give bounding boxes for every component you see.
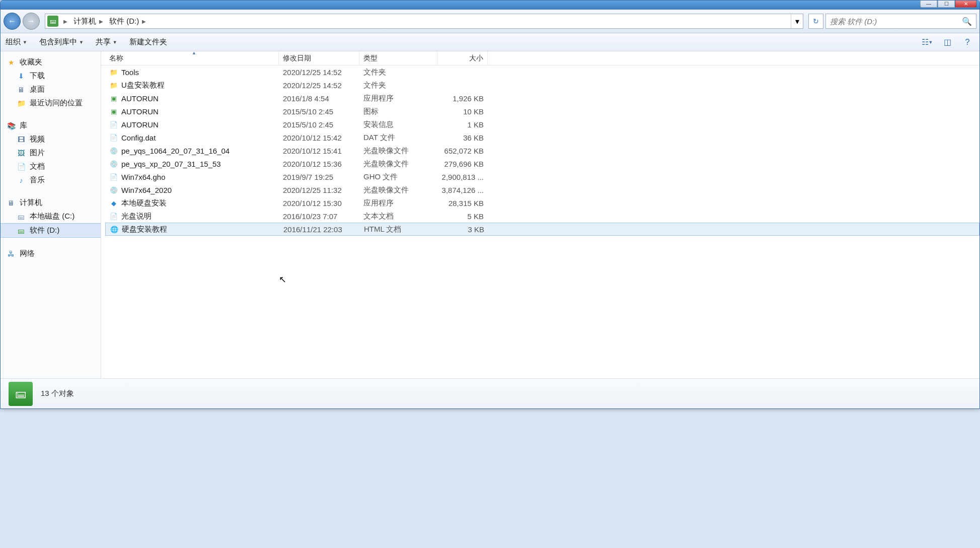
table-row[interactable]: 📁U盘安装教程2020/12/25 14:52文件夹 (105, 79, 979, 92)
column-date[interactable]: 修改日期 (279, 51, 359, 65)
file-name: 硬盘安装教程 (122, 225, 167, 234)
organize-menu[interactable]: 组织▼ (6, 37, 27, 47)
file-type: 光盘映像文件 (359, 185, 437, 195)
search-box[interactable]: 🔍 (825, 14, 976, 29)
breadcrumb-drive[interactable]: 软件 (D:)▶ (106, 17, 149, 26)
file-name: 光盘说明 (121, 212, 152, 221)
sidebar-item-drive-c[interactable]: 🖴本地磁盘 (C:) (1, 210, 101, 223)
desktop-icon: 🖥 (17, 85, 26, 94)
file-size: 3 KB (438, 225, 488, 234)
maximize-button[interactable]: ☐ (938, 1, 955, 8)
file-date: 2015/5/10 2:45 (279, 120, 359, 129)
table-row[interactable]: 📄光盘说明2016/10/23 7:07文本文档5 KB (105, 210, 979, 223)
column-header: 名称▲ 修改日期 类型 大小 (101, 51, 979, 65)
close-button[interactable]: ✕ (955, 1, 976, 8)
file-icon: 💿 (109, 185, 118, 194)
sidebar-item-downloads[interactable]: ⬇下载 (1, 69, 101, 83)
file-icon: 📄 (109, 120, 118, 129)
file-icon: 📄 (109, 212, 118, 221)
body: ★收藏夹 ⬇下载 🖥桌面 📁最近访问的位置 📚库 🎞视频 🖼图片 📄文档 ♪音乐… (1, 51, 979, 378)
drive-icon: 🖴 (47, 16, 58, 27)
breadcrumb-sep[interactable]: ▶ (60, 19, 70, 24)
view-mode-button[interactable]: ☷ ▼ (920, 36, 934, 48)
forward-button[interactable]: → (23, 13, 40, 30)
sidebar-item-documents[interactable]: 📄文档 (1, 160, 101, 173)
new-folder-button[interactable]: 新建文件夹 (129, 37, 167, 47)
file-pane: 名称▲ 修改日期 类型 大小 📁Tools2020/12/25 14:52文件夹… (101, 51, 979, 378)
help-button[interactable]: ? (960, 36, 974, 48)
file-type: 文件夹 (359, 67, 437, 77)
search-input[interactable] (830, 17, 962, 26)
refresh-button[interactable]: ↻ (808, 14, 823, 29)
file-name: pe_yqs_xp_20_07_31_15_53 (121, 160, 221, 168)
file-date: 2020/10/12 15:36 (279, 160, 359, 168)
picture-icon: 🖼 (17, 149, 26, 158)
sidebar-item-music[interactable]: ♪音乐 (1, 173, 101, 187)
file-type: DAT 文件 (359, 133, 437, 143)
window-controls: — ☐ ✕ (920, 1, 976, 8)
table-row[interactable]: 💿pe_yqs_1064_20_07_31_16_042020/10/12 15… (105, 144, 979, 157)
preview-pane-button[interactable]: ◫ (940, 36, 954, 48)
file-icon: 💿 (109, 159, 118, 168)
table-row[interactable]: 📁Tools2020/12/25 14:52文件夹 (105, 65, 979, 79)
sidebar-item-recent[interactable]: 📁最近访问的位置 (1, 96, 101, 110)
address-dropdown[interactable]: ▾ (791, 14, 803, 28)
file-type: 应用程序 (359, 198, 437, 208)
drive-status-icon: 🖴 (9, 382, 33, 406)
file-date: 2020/12/25 11:32 (279, 186, 359, 194)
sidebar-favorites[interactable]: ★收藏夹 (1, 55, 101, 69)
video-icon: 🎞 (17, 135, 26, 144)
column-type[interactable]: 类型 (359, 51, 437, 65)
table-row[interactable]: 📄Config.dat2020/10/12 15:42DAT 文件36 KB (105, 131, 979, 144)
table-row[interactable]: 💿Win7x64_20202020/12/25 11:32光盘映像文件3,874… (105, 183, 979, 196)
drive-icon: 🖴 (17, 226, 26, 235)
sidebar-item-pictures[interactable]: 🖼图片 (1, 146, 101, 160)
file-size: 2,900,813 ... (437, 173, 488, 181)
file-type: 文本文档 (359, 212, 437, 221)
back-button[interactable]: ← (4, 13, 21, 30)
file-list[interactable]: 📁Tools2020/12/25 14:52文件夹📁U盘安装教程2020/12/… (101, 65, 979, 378)
share-menu[interactable]: 共享▼ (96, 37, 117, 47)
include-library-menu[interactable]: 包含到库中▼ (39, 37, 84, 47)
file-icon: ▣ (109, 107, 118, 116)
recent-icon: 📁 (17, 99, 26, 108)
file-type: 图标 (359, 107, 437, 116)
sidebar-libraries[interactable]: 📚库 (1, 119, 101, 132)
file-date: 2016/10/23 7:07 (279, 212, 359, 221)
toolbar: 组织▼ 包含到库中▼ 共享▼ 新建文件夹 ☷ ▼ ◫ ? (1, 33, 979, 51)
column-name[interactable]: 名称▲ (105, 51, 279, 65)
search-icon[interactable]: 🔍 (962, 17, 972, 26)
file-icon: 💿 (109, 146, 118, 155)
star-icon: ★ (7, 58, 16, 67)
address-bar[interactable]: 🖴 ▶ 计算机▶ 软件 (D:)▶ ▾ (45, 14, 803, 29)
table-row[interactable]: 📄Win7x64.gho2019/9/7 19:25GHO 文件2,900,81… (105, 170, 979, 183)
sidebar-item-drive-d[interactable]: 🖴软件 (D:) (1, 223, 101, 238)
file-date: 2019/9/7 19:25 (279, 173, 359, 181)
file-name: Win7x64_2020 (121, 186, 172, 194)
explorer-window: — ☐ ✕ ← → 🖴 ▶ 计算机▶ 软件 (D:)▶ ▾ ↻ 🔍 组织▼ 包含… (0, 0, 980, 409)
file-type: 光盘映像文件 (359, 159, 437, 169)
file-icon: 🌐 (110, 225, 119, 234)
file-name: Config.dat (121, 133, 156, 142)
sidebar-item-videos[interactable]: 🎞视频 (1, 132, 101, 146)
file-name: AUTORUN (121, 94, 159, 103)
table-row[interactable]: 🌐硬盘安装教程2016/11/21 22:03HTML 文档3 KB (105, 223, 979, 236)
file-name: Tools (121, 68, 139, 77)
file-icon: 📄 (109, 172, 118, 181)
sidebar-item-desktop[interactable]: 🖥桌面 (1, 83, 101, 96)
sidebar-network[interactable]: 🖧网络 (1, 247, 101, 260)
table-row[interactable]: ▣AUTORUN2015/5/10 2:45图标10 KB (105, 105, 979, 118)
computer-icon: 🖥 (7, 198, 16, 208)
column-size[interactable]: 大小 (437, 51, 488, 65)
breadcrumb-computer[interactable]: 计算机▶ (70, 17, 106, 26)
table-row[interactable]: ◆本地硬盘安装2020/10/12 15:30应用程序28,315 KB (105, 196, 979, 210)
music-icon: ♪ (17, 176, 26, 185)
file-name: Win7x64.gho (121, 173, 166, 181)
sidebar-computer[interactable]: 🖥计算机 (1, 196, 101, 210)
file-date: 2020/10/12 15:41 (279, 147, 359, 155)
minimize-button[interactable]: — (920, 1, 937, 8)
file-date: 2020/10/12 15:30 (279, 199, 359, 208)
table-row[interactable]: 📄AUTORUN2015/5/10 2:45安装信息1 KB (105, 118, 979, 131)
table-row[interactable]: ▣AUTORUN2016/1/8 4:54应用程序1,926 KB (105, 92, 979, 105)
table-row[interactable]: 💿pe_yqs_xp_20_07_31_15_532020/10/12 15:3… (105, 157, 979, 170)
